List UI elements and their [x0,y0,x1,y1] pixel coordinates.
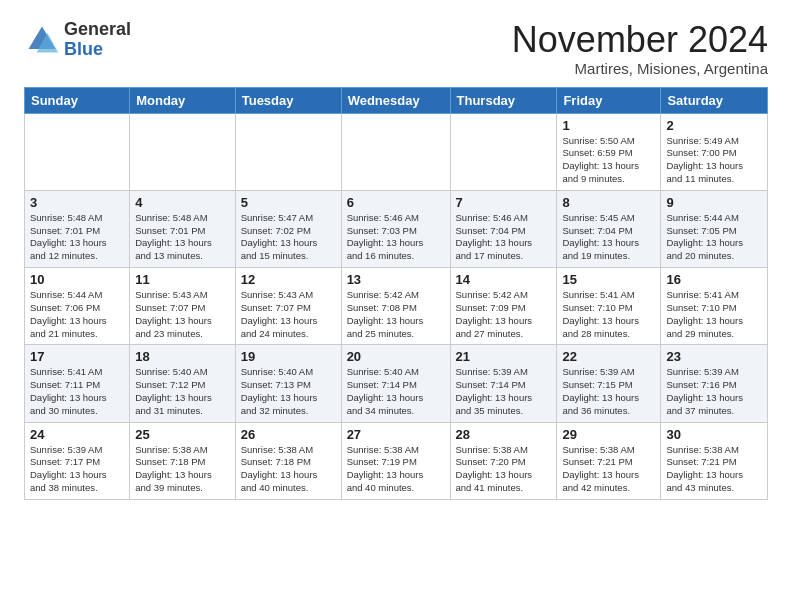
calendar-cell: 6Sunrise: 5:46 AM Sunset: 7:03 PM Daylig… [341,190,450,267]
day-info: Sunrise: 5:47 AM Sunset: 7:02 PM Dayligh… [241,212,336,263]
header-row: SundayMondayTuesdayWednesdayThursdayFrid… [25,87,768,113]
day-number: 11 [135,272,230,287]
calendar-cell: 2Sunrise: 5:49 AM Sunset: 7:00 PM Daylig… [661,113,768,190]
day-header-thursday: Thursday [450,87,557,113]
day-number: 7 [456,195,552,210]
day-number: 27 [347,427,445,442]
day-info: Sunrise: 5:40 AM Sunset: 7:13 PM Dayligh… [241,366,336,417]
day-info: Sunrise: 5:44 AM Sunset: 7:06 PM Dayligh… [30,289,124,340]
calendar-cell [450,113,557,190]
calendar-cell [341,113,450,190]
logo-icon [24,22,60,58]
calendar-cell: 27Sunrise: 5:38 AM Sunset: 7:19 PM Dayli… [341,422,450,499]
day-number: 10 [30,272,124,287]
day-number: 6 [347,195,445,210]
day-info: Sunrise: 5:39 AM Sunset: 7:16 PM Dayligh… [666,366,762,417]
calendar-cell [130,113,236,190]
day-info: Sunrise: 5:41 AM Sunset: 7:10 PM Dayligh… [666,289,762,340]
day-number: 1 [562,118,655,133]
day-info: Sunrise: 5:43 AM Sunset: 7:07 PM Dayligh… [241,289,336,340]
day-info: Sunrise: 5:42 AM Sunset: 7:08 PM Dayligh… [347,289,445,340]
day-info: Sunrise: 5:49 AM Sunset: 7:00 PM Dayligh… [666,135,762,186]
page: General Blue November 2024 Martires, Mis… [0,0,792,520]
calendar-cell: 10Sunrise: 5:44 AM Sunset: 7:06 PM Dayli… [25,268,130,345]
day-info: Sunrise: 5:39 AM Sunset: 7:14 PM Dayligh… [456,366,552,417]
day-info: Sunrise: 5:40 AM Sunset: 7:12 PM Dayligh… [135,366,230,417]
day-info: Sunrise: 5:39 AM Sunset: 7:17 PM Dayligh… [30,444,124,495]
calendar-week-4: 17Sunrise: 5:41 AM Sunset: 7:11 PM Dayli… [25,345,768,422]
day-number: 9 [666,195,762,210]
day-number: 19 [241,349,336,364]
day-number: 29 [562,427,655,442]
calendar-cell: 28Sunrise: 5:38 AM Sunset: 7:20 PM Dayli… [450,422,557,499]
logo-general: General [64,20,131,40]
day-info: Sunrise: 5:46 AM Sunset: 7:04 PM Dayligh… [456,212,552,263]
calendar-cell: 1Sunrise: 5:50 AM Sunset: 6:59 PM Daylig… [557,113,661,190]
day-header-wednesday: Wednesday [341,87,450,113]
day-info: Sunrise: 5:38 AM Sunset: 7:19 PM Dayligh… [347,444,445,495]
header: General Blue November 2024 Martires, Mis… [24,20,768,77]
day-info: Sunrise: 5:38 AM Sunset: 7:18 PM Dayligh… [241,444,336,495]
calendar-cell: 17Sunrise: 5:41 AM Sunset: 7:11 PM Dayli… [25,345,130,422]
calendar-cell: 7Sunrise: 5:46 AM Sunset: 7:04 PM Daylig… [450,190,557,267]
day-number: 4 [135,195,230,210]
day-number: 12 [241,272,336,287]
calendar-cell: 25Sunrise: 5:38 AM Sunset: 7:18 PM Dayli… [130,422,236,499]
calendar-cell: 26Sunrise: 5:38 AM Sunset: 7:18 PM Dayli… [235,422,341,499]
day-number: 14 [456,272,552,287]
day-info: Sunrise: 5:38 AM Sunset: 7:21 PM Dayligh… [562,444,655,495]
day-number: 3 [30,195,124,210]
calendar-cell [235,113,341,190]
day-header-tuesday: Tuesday [235,87,341,113]
calendar-week-5: 24Sunrise: 5:39 AM Sunset: 7:17 PM Dayli… [25,422,768,499]
day-number: 26 [241,427,336,442]
calendar-cell: 4Sunrise: 5:48 AM Sunset: 7:01 PM Daylig… [130,190,236,267]
day-info: Sunrise: 5:40 AM Sunset: 7:14 PM Dayligh… [347,366,445,417]
day-info: Sunrise: 5:46 AM Sunset: 7:03 PM Dayligh… [347,212,445,263]
day-number: 13 [347,272,445,287]
day-number: 2 [666,118,762,133]
day-info: Sunrise: 5:48 AM Sunset: 7:01 PM Dayligh… [30,212,124,263]
title-block: November 2024 Martires, Misiones, Argent… [512,20,768,77]
calendar-cell: 8Sunrise: 5:45 AM Sunset: 7:04 PM Daylig… [557,190,661,267]
day-info: Sunrise: 5:38 AM Sunset: 7:21 PM Dayligh… [666,444,762,495]
calendar-cell: 22Sunrise: 5:39 AM Sunset: 7:15 PM Dayli… [557,345,661,422]
calendar-cell: 3Sunrise: 5:48 AM Sunset: 7:01 PM Daylig… [25,190,130,267]
day-number: 24 [30,427,124,442]
day-number: 25 [135,427,230,442]
day-info: Sunrise: 5:38 AM Sunset: 7:18 PM Dayligh… [135,444,230,495]
calendar-cell: 19Sunrise: 5:40 AM Sunset: 7:13 PM Dayli… [235,345,341,422]
calendar-cell: 16Sunrise: 5:41 AM Sunset: 7:10 PM Dayli… [661,268,768,345]
day-number: 16 [666,272,762,287]
day-number: 17 [30,349,124,364]
calendar-cell: 13Sunrise: 5:42 AM Sunset: 7:08 PM Dayli… [341,268,450,345]
day-number: 8 [562,195,655,210]
calendar-cell: 24Sunrise: 5:39 AM Sunset: 7:17 PM Dayli… [25,422,130,499]
calendar-cell [25,113,130,190]
location-subtitle: Martires, Misiones, Argentina [512,60,768,77]
day-info: Sunrise: 5:41 AM Sunset: 7:11 PM Dayligh… [30,366,124,417]
day-number: 21 [456,349,552,364]
calendar-body: 1Sunrise: 5:50 AM Sunset: 6:59 PM Daylig… [25,113,768,499]
day-info: Sunrise: 5:45 AM Sunset: 7:04 PM Dayligh… [562,212,655,263]
day-number: 15 [562,272,655,287]
calendar-cell: 9Sunrise: 5:44 AM Sunset: 7:05 PM Daylig… [661,190,768,267]
calendar-cell: 29Sunrise: 5:38 AM Sunset: 7:21 PM Dayli… [557,422,661,499]
day-number: 22 [562,349,655,364]
calendar-table: SundayMondayTuesdayWednesdayThursdayFrid… [24,87,768,500]
calendar-cell: 11Sunrise: 5:43 AM Sunset: 7:07 PM Dayli… [130,268,236,345]
day-number: 30 [666,427,762,442]
month-title: November 2024 [512,20,768,60]
calendar-cell: 21Sunrise: 5:39 AM Sunset: 7:14 PM Dayli… [450,345,557,422]
calendar-week-3: 10Sunrise: 5:44 AM Sunset: 7:06 PM Dayli… [25,268,768,345]
day-info: Sunrise: 5:43 AM Sunset: 7:07 PM Dayligh… [135,289,230,340]
calendar-cell: 20Sunrise: 5:40 AM Sunset: 7:14 PM Dayli… [341,345,450,422]
day-info: Sunrise: 5:42 AM Sunset: 7:09 PM Dayligh… [456,289,552,340]
calendar-cell: 15Sunrise: 5:41 AM Sunset: 7:10 PM Dayli… [557,268,661,345]
calendar-header: SundayMondayTuesdayWednesdayThursdayFrid… [25,87,768,113]
day-info: Sunrise: 5:44 AM Sunset: 7:05 PM Dayligh… [666,212,762,263]
day-number: 5 [241,195,336,210]
day-number: 28 [456,427,552,442]
calendar-cell: 5Sunrise: 5:47 AM Sunset: 7:02 PM Daylig… [235,190,341,267]
day-number: 18 [135,349,230,364]
